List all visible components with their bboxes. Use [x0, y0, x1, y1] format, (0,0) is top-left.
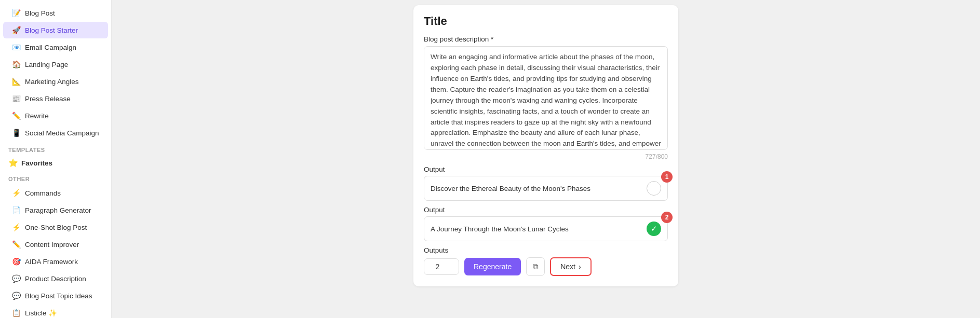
email-campaign-label: Email Campaign [25, 44, 76, 51]
description-textarea[interactable]: Write an engaging and informative articl… [424, 46, 668, 150]
sidebar-item-social-media-campaign[interactable]: 📱 Social Media Campaign [3, 125, 108, 141]
rewrite-label: Rewrite [25, 112, 49, 120]
sidebar-item-blog-post-topic-ideas[interactable]: 💬 Blog Post Topic Ideas [3, 287, 108, 304]
sidebar-item-landing-page[interactable]: 🏠 Landing Page [3, 56, 108, 73]
marketing-angles-label: Marketing Angles [25, 78, 79, 86]
sidebar-item-product-description[interactable]: 💬 Product Description [3, 270, 108, 287]
char-count: 727/800 [424, 153, 668, 160]
commands-icon: ⚡ [11, 188, 21, 198]
aida-framework-label: AIDA Framework [25, 258, 78, 266]
blog-post-label: Blog Post [25, 9, 55, 17]
blog-post-topic-ideas-icon: 💬 [11, 291, 21, 300]
sidebar-item-one-shot-blog-post[interactable]: ⚡ One-Shot Blog Post [3, 219, 108, 236]
blog-post-starter-label: Blog Post Starter [25, 26, 78, 34]
press-release-icon: 📰 [11, 94, 21, 103]
outputs-input[interactable] [424, 258, 459, 275]
product-description-icon: 💬 [11, 274, 21, 283]
templates-section-label: TEMPLATES [0, 142, 111, 155]
regenerate-button[interactable]: Regenerate [464, 258, 521, 275]
sidebar-item-content-improver[interactable]: ✏️ Content Improver [3, 236, 108, 253]
press-release-label: Press Release [25, 95, 71, 103]
other-section-label: Other [0, 171, 111, 184]
page-title: Title [424, 15, 668, 28]
copy-button[interactable]: ⧉ [526, 257, 545, 276]
blog-post-starter-icon: 🚀 [11, 25, 21, 35]
output-label-1: Output [424, 165, 668, 173]
sidebar-item-blog-post-starter[interactable]: 🚀 Blog Post Starter [3, 22, 108, 38]
main-content: Title Blog post description * Write an e… [112, 0, 980, 318]
landing-page-icon: 🏠 [11, 60, 21, 69]
content-improver-icon: ✏️ [11, 240, 21, 249]
sidebar-item-rewrite[interactable]: ✏️ Rewrite [3, 107, 108, 124]
landing-page-label: Landing Page [25, 61, 68, 68]
product-description-label: Product Description [25, 275, 86, 283]
sidebar-item-marketing-angles[interactable]: 📐 Marketing Angles [3, 73, 108, 90]
star-icon: ⭐ [8, 158, 18, 168]
sidebar-item-blog-post[interactable]: 📝 Blog Post [3, 5, 108, 21]
marketing-angles-icon: 📐 [11, 77, 21, 86]
output-row-1: Discover the Ethereal Beauty of the Moon… [424, 176, 668, 201]
commands-label: Commands [25, 189, 61, 197]
paragraph-generator-label: Paragraph Generator [25, 206, 91, 214]
blog-post-topic-ideas-label: Blog Post Topic Ideas [25, 292, 92, 300]
output-text-1: Discover the Ethereal Beauty of the Moon… [431, 185, 647, 192]
listicle-icon: 📋 [11, 308, 21, 317]
email-campaign-icon: 📧 [11, 43, 21, 52]
sidebar-item-email-campaign[interactable]: 📧 Email Campaign [3, 39, 108, 56]
outputs-label: Outputs [424, 246, 668, 254]
outputs-controls: Regenerate ⧉ Next › [424, 257, 668, 276]
content-improver-label: Content Improver [25, 241, 79, 248]
badge-1: 1 [661, 171, 673, 183]
favorites-label: Favorites [21, 159, 52, 167]
sidebar: 📝 Blog Post🚀 Blog Post Starter📧 Email Ca… [0, 0, 112, 318]
output-check-1[interactable]: ✓ [647, 181, 661, 196]
sidebar-item-press-release[interactable]: 📰 Press Release [3, 90, 108, 107]
sidebar-item-commands[interactable]: ⚡ Commands [3, 185, 108, 201]
main-card: Title Blog post description * Write an e… [413, 5, 678, 286]
blog-post-icon: 📝 [11, 8, 21, 18]
output-row-2: A Journey Through the Moon's Lunar Cycle… [424, 216, 668, 241]
chevron-right-icon: › [579, 262, 581, 271]
description-label: Blog post description * [424, 35, 668, 43]
copy-icon: ⧉ [533, 262, 539, 271]
rewrite-icon: ✏️ [11, 111, 21, 120]
sidebar-item-listicle[interactable]: 📋 Listicle ✨ [3, 305, 108, 318]
aida-framework-icon: 🎯 [11, 257, 21, 266]
next-label: Next [560, 262, 575, 271]
output-text-2: A Journey Through the Moon's Lunar Cycle… [431, 225, 647, 233]
social-media-campaign-icon: 📱 [11, 128, 21, 137]
one-shot-blog-post-label: One-Shot Blog Post [25, 224, 87, 231]
sidebar-item-aida-framework[interactable]: 🎯 AIDA Framework [3, 253, 108, 270]
social-media-campaign-label: Social Media Campaign [25, 129, 99, 137]
sidebar-item-paragraph-generator[interactable]: 📄 Paragraph Generator [3, 202, 108, 218]
next-button[interactable]: Next › [550, 257, 591, 276]
listicle-label: Listicle ✨ [25, 309, 57, 317]
favorites-row[interactable]: ⭐ Favorites [0, 155, 111, 171]
one-shot-blog-post-icon: ⚡ [11, 223, 21, 232]
badge-2: 2 [661, 212, 673, 223]
paragraph-generator-icon: 📄 [11, 205, 21, 215]
output-label-2: Output [424, 206, 668, 214]
output-check-2[interactable]: ✓ [647, 222, 661, 236]
